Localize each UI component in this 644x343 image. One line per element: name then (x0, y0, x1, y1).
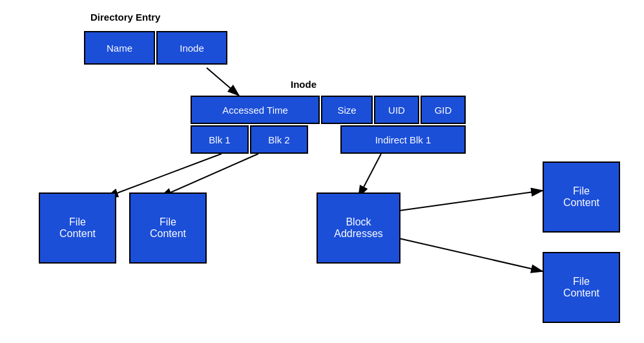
block-addresses-box: Block Addresses (317, 192, 400, 264)
inode-ref-box: Inode (156, 31, 227, 65)
svg-line-6 (388, 236, 543, 271)
accessed-time-box: Accessed Time (191, 96, 320, 124)
svg-line-2 (107, 154, 222, 197)
name-box: Name (84, 31, 155, 65)
directory-entry-label: Directory Entry (90, 12, 160, 23)
uid-box: UID (374, 96, 419, 124)
inode-label: Inode (291, 79, 317, 90)
blk1-box: Blk 1 (191, 125, 249, 154)
size-box: Size (321, 96, 373, 124)
file-content-2-box: File Content (129, 192, 207, 264)
svg-line-1 (207, 68, 239, 96)
svg-line-4 (358, 154, 381, 197)
gid-box: GID (421, 96, 466, 124)
svg-line-5 (381, 191, 543, 213)
file-content-1-box: File Content (39, 192, 116, 264)
file-content-4-box: File Content (543, 252, 620, 323)
svg-line-3 (160, 154, 258, 197)
file-content-3-box: File Content (543, 161, 620, 233)
indirect-blk1-box: Indirect Blk 1 (340, 125, 466, 154)
diagram: Directory Entry Name Inode Inode Accesse… (0, 0, 644, 343)
blk2-box: Blk 2 (250, 125, 308, 154)
